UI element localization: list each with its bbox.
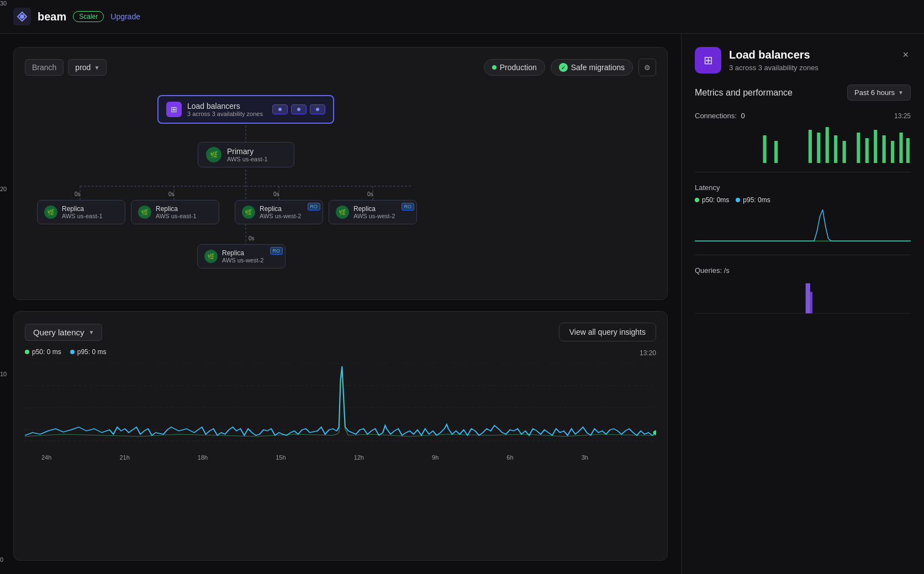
- connections-label: Connections: 0: [695, 112, 745, 120]
- replica-2-title: Replica: [156, 205, 197, 213]
- p50-legend: p50: 0 ms: [25, 348, 61, 356]
- time-selector-chevron: ▼: [898, 89, 904, 96]
- y-label-0: 0: [0, 556, 15, 563]
- panel-header: ⊞ Load balancers 3 across 3 availability…: [695, 47, 911, 73]
- latency-chart: [695, 207, 911, 246]
- metrics-header: Metrics and performance Past 6 hours ▼: [695, 85, 911, 101]
- svg-text:0s: 0s: [273, 191, 279, 197]
- primary-title: Primary: [227, 147, 268, 156]
- lb-indicator-2: [291, 104, 307, 114]
- lb-node[interactable]: ⊞ Load balancers 3 across 3 availability…: [157, 95, 334, 124]
- replica-4-region: AWS us-west-2: [353, 213, 395, 219]
- replica-node-1[interactable]: 🌿 Replica AWS us-east-1: [37, 200, 125, 224]
- svg-point-1: [20, 14, 24, 19]
- query-timestamp: 13:20: [640, 349, 656, 357]
- svg-rect-37: [806, 283, 810, 313]
- chart-y-labels: 30 20 10 0: [0, 34, 15, 574]
- replica-4-title: Replica: [353, 205, 395, 213]
- branch-selector: Branch prod ▼: [25, 59, 107, 76]
- replica-node-4[interactable]: 🌿 Replica AWS us-west-2 RO: [329, 200, 417, 224]
- svg-text:0s: 0s: [75, 191, 81, 197]
- query-legend: p50: 0 ms p95: 0 ms: [25, 348, 106, 356]
- replica-3-icon: 🌿: [242, 206, 255, 219]
- x-label-15h: 15h: [276, 454, 286, 461]
- replica-1-icon: 🌿: [44, 206, 57, 219]
- lb-indicators: [272, 104, 325, 114]
- x-label-18h: 18h: [198, 454, 208, 461]
- x-label-3h: 3h: [582, 454, 588, 461]
- svg-text:0s: 0s: [367, 191, 373, 197]
- production-label: Production: [500, 63, 537, 72]
- time-selector-dropdown[interactable]: Past 6 hours ▼: [847, 85, 911, 101]
- upgrade-link[interactable]: Upgrade: [110, 12, 140, 21]
- svg-rect-28: [857, 133, 860, 163]
- beam-logo: [13, 8, 31, 25]
- svg-rect-33: [899, 133, 902, 163]
- replica-node-5[interactable]: 🌿 Replica AWS us-west-2 RO: [197, 244, 286, 268]
- topology-diagram: 0s 0s 0s 0s 0s ⊞ Load balancers 3 across…: [25, 89, 656, 288]
- replica-5-region: AWS us-west-2: [222, 257, 263, 264]
- replica-3-title: Replica: [260, 205, 301, 213]
- p95-legend: p95: 0 ms: [70, 348, 107, 356]
- topology-connectors: 0s 0s 0s 0s 0s: [25, 89, 656, 288]
- app-name: beam: [38, 10, 66, 23]
- p50-dot: [25, 350, 29, 354]
- safe-migrations-label: Safe migrations: [571, 63, 625, 72]
- topology-header: Branch prod ▼ Production ✓ Safe migratio…: [25, 59, 656, 76]
- close-button[interactable]: ×: [900, 47, 911, 63]
- primary-node[interactable]: 🌿 Primary AWS us-east-1: [198, 142, 294, 167]
- replica-4-icon: 🌿: [336, 206, 349, 219]
- svg-rect-25: [826, 127, 829, 163]
- check-icon: ✓: [559, 63, 568, 72]
- query-dropdown-icon: ▼: [89, 329, 94, 335]
- latency-header: Latency: [695, 183, 911, 192]
- x-label-12h: 12h: [354, 454, 364, 461]
- query-latency-label: Query latency: [33, 328, 85, 337]
- query-latency-chart: [25, 364, 656, 452]
- scaler-badge: Scaler: [73, 11, 104, 22]
- branch-value: prod: [75, 63, 91, 72]
- lb-indicator-3: [310, 104, 325, 114]
- svg-rect-22: [774, 141, 778, 163]
- topology-card: Branch prod ▼ Production ✓ Safe migratio…: [13, 47, 668, 300]
- metrics-title: Metrics and performance: [695, 88, 793, 98]
- connections-header: Connections: 0 13:25: [695, 112, 911, 120]
- replica-3-ro-badge: RO: [308, 203, 321, 210]
- replica-node-3[interactable]: 🌿 Replica AWS us-west-2 RO: [235, 200, 323, 224]
- x-label-24h: 24h: [41, 454, 51, 461]
- svg-rect-38: [810, 292, 812, 313]
- y-label-20: 20: [0, 186, 15, 192]
- topology-controls: Production ✓ Safe migrations ⚙: [484, 59, 656, 76]
- replica-3-region: AWS us-west-2: [260, 213, 301, 219]
- svg-rect-26: [834, 135, 837, 163]
- latency-legend: p50: 0ms p95: 0ms: [695, 196, 911, 204]
- p95-dot: [70, 350, 75, 354]
- production-badge[interactable]: Production: [484, 59, 545, 76]
- safe-migrations-badge[interactable]: ✓ Safe migrations: [551, 59, 633, 76]
- latency-section: Latency p50: 0ms p95: 0ms: [695, 183, 911, 255]
- lb-icon: ⊞: [166, 102, 182, 117]
- left-panel: Branch prod ▼ Production ✓ Safe migratio…: [0, 34, 681, 574]
- latency-p95-dot: [736, 198, 740, 202]
- x-label-9h: 9h: [432, 454, 439, 461]
- queries-label: Queries: /s: [695, 266, 730, 275]
- view-insights-button[interactable]: View all query insights: [559, 323, 656, 341]
- latency-p95-label: p95: 0ms: [743, 196, 770, 204]
- branch-dropdown[interactable]: prod ▼: [68, 59, 107, 76]
- settings-button[interactable]: ⚙: [638, 59, 656, 76]
- latency-p95-legend: p95: 0ms: [736, 196, 770, 204]
- svg-rect-30: [874, 130, 877, 163]
- replica-node-2[interactable]: 🌿 Replica AWS us-east-1: [131, 200, 219, 224]
- svg-rect-21: [763, 135, 766, 163]
- queries-chart: [695, 279, 911, 318]
- svg-text:0s: 0s: [168, 191, 175, 197]
- primary-icon: 🌿: [206, 147, 221, 162]
- connections-time: 13:25: [894, 112, 911, 120]
- chevron-down-icon: ▼: [94, 65, 99, 71]
- app-header: beam Scaler Upgrade: [0, 0, 924, 34]
- query-latency-dropdown[interactable]: Query latency ▼: [25, 324, 102, 341]
- p95-label: p95: 0 ms: [77, 348, 107, 356]
- panel-lb-icon: ⊞: [695, 47, 721, 73]
- query-header: Query latency ▼ View all query insights: [25, 323, 656, 341]
- replica-1-region: AWS us-east-1: [62, 213, 103, 219]
